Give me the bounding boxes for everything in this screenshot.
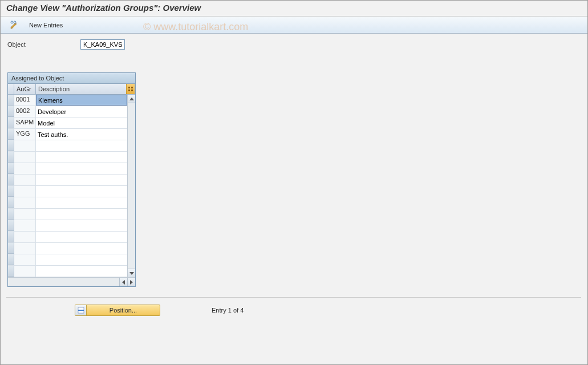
table-row [8,209,127,220]
toolbar: New Entries [1,17,587,34]
cell-augr[interactable]: 0002 [14,106,36,117]
scroll-track[interactable] [128,103,135,269]
cell-augr[interactable] [14,152,36,163]
cell-augr[interactable] [14,266,36,277]
description-input[interactable] [36,129,127,140]
chevron-down-icon [129,272,134,275]
row-selector[interactable] [8,197,14,208]
row-selector[interactable] [8,175,14,185]
object-label: Object [7,41,76,48]
new-entries-button[interactable]: New Entries [26,21,66,30]
cell-augr[interactable] [14,254,36,265]
scroll-right-button[interactable] [127,278,135,286]
description-input[interactable] [36,197,127,208]
cell-description [36,266,127,277]
table-row [8,232,127,243]
object-field[interactable] [80,39,125,50]
table-row [8,254,127,266]
description-input[interactable] [36,140,127,151]
cell-description [36,175,127,185]
description-input[interactable] [36,232,127,242]
row-selector[interactable] [8,106,14,117]
cell-augr[interactable] [14,175,36,185]
toggle-mode-button[interactable] [6,19,22,31]
select-all-handle[interactable] [8,84,14,94]
cell-augr[interactable] [14,140,36,151]
title-bar: Change View "Authorization Groups": Over… [1,1,587,17]
cell-augr[interactable] [14,220,36,231]
scroll-up-button[interactable] [128,95,135,103]
cell-description [36,140,127,151]
table-row: SAPM [8,117,127,129]
table-configure-button[interactable] [126,84,135,94]
cell-description [36,254,127,265]
cell-augr[interactable] [14,209,36,220]
svg-rect-3 [78,310,84,311]
cell-description [36,186,127,197]
cell-description [36,117,127,128]
row-selector[interactable] [8,232,14,242]
table-title: Assigned to Object [8,73,135,84]
cell-description [36,129,127,140]
table-row [8,243,127,254]
cell-augr[interactable]: 0001 [14,95,36,106]
description-input[interactable] [36,209,127,220]
svg-point-0 [11,21,13,23]
row-selector[interactable] [8,140,14,151]
position-icon [78,307,84,314]
row-selector[interactable] [8,152,14,163]
scroll-left-button[interactable] [119,278,127,286]
description-input[interactable] [36,175,127,185]
cell-description [36,106,127,117]
description-input[interactable] [36,163,127,174]
cell-augr[interactable] [14,232,36,242]
vertical-scrollbar[interactable] [127,95,135,277]
cell-augr[interactable] [14,186,36,197]
row-selector[interactable] [8,266,14,277]
cell-augr[interactable]: SAPM [14,117,36,128]
svg-point-1 [14,21,16,23]
table-row [8,266,127,277]
scroll-down-button[interactable] [128,269,135,277]
grid-icon [128,87,133,92]
new-entries-label: New Entries [29,22,63,29]
row-selector[interactable] [8,186,14,197]
row-selector[interactable] [8,243,14,254]
description-input[interactable] [36,220,127,231]
position-button-label: Position... [87,307,160,314]
row-selector[interactable] [8,220,14,231]
pencil-glasses-icon [10,21,19,30]
description-input[interactable] [36,117,127,128]
description-input[interactable] [36,95,127,106]
row-selector[interactable] [8,254,14,265]
row-selector[interactable] [8,129,14,140]
chevron-right-icon [130,280,133,285]
position-button[interactable]: Position... [75,305,160,316]
row-selector[interactable] [8,117,14,128]
page-title: Change View "Authorization Groups": Over… [6,3,201,13]
column-header-description[interactable]: Description [36,84,135,94]
cell-augr[interactable] [14,197,36,208]
table-row [8,163,127,175]
cell-description [36,152,127,163]
description-input[interactable] [36,266,127,277]
row-selector[interactable] [8,209,14,220]
description-input[interactable] [36,106,127,117]
description-input[interactable] [36,254,127,265]
table-row: 0002 [8,106,127,117]
horizontal-scrollbar[interactable] [8,277,135,286]
description-input[interactable] [36,152,127,163]
description-input[interactable] [36,243,127,254]
row-selector[interactable] [8,163,14,174]
chevron-left-icon [122,280,125,285]
cell-augr[interactable] [14,243,36,254]
cell-description [36,95,127,106]
table-header-row: AuGr Description [8,84,135,95]
cell-augr[interactable]: YGG [14,129,36,140]
row-selector[interactable] [8,95,14,106]
description-input[interactable] [36,186,127,197]
cell-augr[interactable] [14,163,36,174]
table-row [8,197,127,209]
cell-description [36,197,127,208]
column-header-augr[interactable]: AuGr [14,84,36,94]
